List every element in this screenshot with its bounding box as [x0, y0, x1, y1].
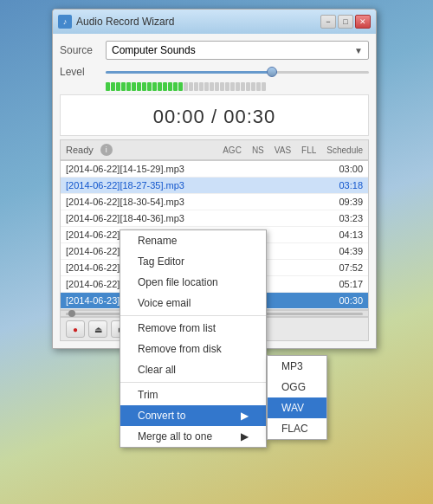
- menu-item[interactable]: Rename: [120, 230, 266, 251]
- vu-bar: [241, 82, 245, 91]
- ns-label[interactable]: NS: [252, 145, 264, 155]
- app-icon: ♪: [58, 15, 72, 29]
- vu-bar: [126, 82, 131, 91]
- close-button[interactable]: ✕: [355, 15, 371, 29]
- file-time: 05:17: [339, 279, 363, 289]
- source-label: Source: [60, 44, 99, 56]
- vu-bar: [225, 82, 229, 91]
- vu-bar: [111, 82, 115, 91]
- title-bar-left: ♪ Audio Record Wizard: [58, 15, 174, 29]
- vu-bar: [246, 82, 250, 91]
- file-time: 03:00: [339, 164, 363, 174]
- agc-label[interactable]: AGC: [223, 145, 242, 155]
- vu-bar: [142, 82, 146, 91]
- vu-bar: [116, 82, 120, 91]
- submenu-arrow-icon: ▶: [241, 430, 249, 443]
- source-row: Source Computer Sounds ▼: [60, 41, 369, 60]
- vu-bar: [194, 82, 198, 91]
- vu-bar: [137, 82, 141, 91]
- file-time: 03:23: [339, 213, 363, 223]
- menu-item[interactable]: Voice email: [120, 293, 266, 313]
- vu-bar: [256, 82, 261, 91]
- file-time: 09:39: [339, 197, 363, 207]
- menu-divider: [120, 315, 266, 316]
- vu-bar: [230, 82, 235, 91]
- status-controls: AGC NS VAS FLL Schedule: [223, 145, 363, 155]
- submenu-item[interactable]: MP3: [268, 356, 326, 377]
- vu-meter: [106, 82, 362, 91]
- menu-item[interactable]: Trim: [120, 384, 266, 405]
- vu-bar: [236, 82, 240, 91]
- vu-bar: [106, 82, 110, 91]
- source-dropdown[interactable]: Computer Sounds ▼: [106, 41, 369, 60]
- menu-item[interactable]: Tag Editor: [120, 251, 266, 272]
- level-label: Level: [60, 66, 99, 78]
- submenu-item[interactable]: OGG: [268, 377, 326, 397]
- level-slider[interactable]: [106, 65, 369, 79]
- file-item[interactable]: [2014-06-22][14-15-29].mp303:00: [61, 161, 368, 178]
- ready-text: Ready: [66, 145, 94, 155]
- vu-bar: [152, 82, 157, 91]
- file-name: [2014-06-22][18-27-35].mp3: [66, 180, 184, 191]
- record-button[interactable]: ●: [66, 320, 85, 338]
- playback-thumb: [68, 310, 75, 317]
- timer-display: 00:00 / 00:30: [153, 106, 275, 127]
- vu-bar: [121, 82, 126, 91]
- menu-item-label: Remove from list: [138, 322, 216, 334]
- maximize-button[interactable]: □: [338, 15, 353, 29]
- title-bar: ♪ Audio Record Wizard − □ ✕: [53, 10, 376, 34]
- vu-bar: [168, 82, 172, 91]
- file-time: 03:18: [339, 180, 363, 191]
- status-bar: Ready i AGC NS VAS FLL Schedule: [60, 139, 369, 160]
- file-time: 07:52: [339, 262, 363, 273]
- vu-bar: [147, 82, 152, 91]
- file-item[interactable]: [2014-06-22][18-27-35].mp303:18: [61, 178, 368, 194]
- vu-bar: [199, 82, 204, 91]
- vu-bar: [184, 82, 188, 91]
- menu-item[interactable]: Open file location: [120, 272, 266, 293]
- submenu-arrow-icon: ▶: [241, 410, 249, 422]
- vu-bar: [132, 82, 136, 91]
- context-menu: RenameTag EditorOpen file locationVoice …: [120, 229, 267, 448]
- menu-item-label: Tag Editor: [138, 255, 184, 268]
- vu-bar: [189, 82, 193, 91]
- menu-item[interactable]: Remove from disk: [120, 339, 266, 359]
- submenu-item[interactable]: WAV: [268, 397, 326, 418]
- menu-item[interactable]: Clear all: [120, 359, 266, 380]
- menu-item-label: Clear all: [138, 364, 176, 376]
- source-value: Computer Sounds: [112, 44, 196, 56]
- submenu-item[interactable]: FLAC: [268, 418, 326, 439]
- vu-bar: [163, 82, 167, 91]
- vu-bar: [173, 82, 178, 91]
- menu-item-label: Merge all to one: [138, 430, 212, 443]
- vas-label[interactable]: VAS: [275, 145, 291, 155]
- file-item[interactable]: [2014-06-22][18-40-36].mp303:23: [61, 210, 368, 227]
- eject-button[interactable]: ⏏: [88, 320, 107, 338]
- menu-item-label: Rename: [138, 235, 177, 247]
- menu-item-label: Trim: [138, 389, 158, 401]
- menu-item-label: Voice email: [138, 297, 191, 309]
- file-item[interactable]: [2014-06-22][18-30-54].mp309:39: [61, 194, 368, 210]
- vu-bar: [210, 82, 214, 91]
- timer-section: 00:00 / 00:30: [60, 94, 369, 136]
- submenu: MP3OGGWAVFLAC: [267, 355, 327, 440]
- minimize-button[interactable]: −: [320, 15, 336, 29]
- info-badge[interactable]: i: [100, 144, 113, 156]
- level-fill: [106, 71, 277, 74]
- fll-label[interactable]: FLL: [301, 145, 316, 155]
- vu-bar: [262, 82, 266, 91]
- file-name: [2014-06-22][18-30-54].mp3: [66, 197, 184, 207]
- menu-item[interactable]: Merge all to one▶: [120, 426, 266, 447]
- file-name: [2014-06-22][18-40-36].mp3: [66, 213, 184, 223]
- level-track: [106, 71, 369, 74]
- menu-divider: [120, 382, 266, 383]
- level-thumb: [267, 67, 277, 77]
- title-buttons: − □ ✕: [320, 15, 371, 29]
- menu-item[interactable]: Convert to▶: [120, 405, 266, 426]
- vu-bar: [251, 82, 255, 91]
- file-time: 04:13: [339, 229, 363, 240]
- menu-item[interactable]: Remove from list: [120, 318, 266, 339]
- vu-bar: [178, 82, 183, 91]
- schedule-label[interactable]: Schedule: [326, 145, 363, 155]
- menu-item-label: Convert to: [138, 410, 185, 422]
